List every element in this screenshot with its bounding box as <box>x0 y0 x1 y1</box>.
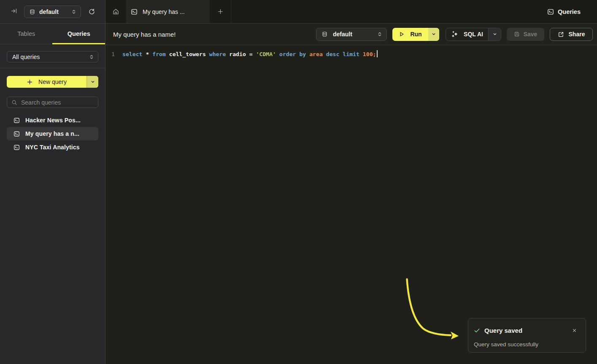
new-query-main[interactable]: New query <box>7 76 86 88</box>
terminal-icon <box>547 8 554 15</box>
editor-header: My query has a name! default <box>105 24 597 45</box>
run-label: Run <box>410 31 421 38</box>
query-list: Hacker News Pos... My query has a n... <box>7 113 98 154</box>
toast-title: Query saved <box>484 327 568 334</box>
external-link-icon <box>558 31 564 38</box>
active-tab-underline <box>52 43 105 44</box>
run-button[interactable]: Run <box>392 28 439 41</box>
share-label: Share <box>569 31 585 38</box>
refresh-button[interactable] <box>85 5 98 18</box>
line-number: 1 <box>105 50 115 59</box>
header-database-selector[interactable]: default <box>316 28 387 41</box>
sql-line: select * from cell_towers where radio = … <box>122 50 378 59</box>
new-query-button[interactable]: New query <box>7 76 98 88</box>
sql-ai-dropdown[interactable] <box>488 28 501 40</box>
editor-tab-active[interactable]: My query has ... <box>126 0 210 23</box>
database-icon <box>30 9 35 15</box>
play-icon <box>399 31 405 37</box>
close-icon <box>572 328 577 333</box>
query-filter-value: All queries <box>12 54 89 60</box>
search-icon <box>11 100 17 105</box>
query-list-item[interactable]: Hacker News Pos... <box>7 113 98 127</box>
chevron-updown-icon <box>89 54 94 59</box>
query-item-label: NYC Taxi Analytics <box>25 144 80 151</box>
tab-queries[interactable]: Queries <box>53 24 105 44</box>
toast-header: Query saved <box>474 327 579 334</box>
sql-ai-main[interactable]: SQL AI <box>446 28 488 40</box>
floppy-icon <box>514 31 520 37</box>
search-queries-input[interactable] <box>21 99 97 106</box>
chevron-down-icon <box>431 32 436 37</box>
sql-editor[interactable]: 1 select * from cell_towers where radio … <box>105 45 597 364</box>
database-icon <box>322 31 327 37</box>
header-database-value: default <box>333 31 372 38</box>
code-line: 1 select * from cell_towers where radio … <box>105 50 597 59</box>
chevron-updown-icon <box>71 9 76 14</box>
plus-icon <box>27 79 33 85</box>
collapse-sidebar-button[interactable] <box>5 3 23 21</box>
run-button-main[interactable]: Run <box>392 28 428 41</box>
home-button[interactable] <box>105 0 126 23</box>
save-button[interactable]: Save <box>507 28 544 41</box>
new-query-label: New query <box>38 78 67 85</box>
terminal-icon <box>14 131 20 137</box>
sidebar-database-value: default <box>39 8 67 15</box>
text-cursor <box>377 50 378 57</box>
editor-tab-label: My query has ... <box>143 8 185 15</box>
save-label: Save <box>524 31 538 38</box>
home-icon <box>112 8 119 15</box>
sparkles-icon <box>451 31 458 38</box>
sidebar-divider <box>0 68 105 68</box>
tab-tables[interactable]: Tables <box>0 24 53 44</box>
sidebar-body: All queries New query <box>0 44 105 364</box>
section-heading: Queries <box>547 0 597 23</box>
chevron-down-icon <box>492 32 497 37</box>
sql-ai-button[interactable]: SQL AI <box>446 28 501 41</box>
refresh-icon <box>89 8 95 15</box>
terminal-icon <box>14 144 20 151</box>
check-icon <box>474 327 480 334</box>
query-filter-select[interactable]: All queries <box>7 51 98 62</box>
section-heading-label: Queries <box>558 8 581 15</box>
query-item-label: Hacker News Pos... <box>25 117 81 124</box>
toast-query-saved: Query saved Query saved successfully <box>468 318 586 353</box>
toast-close-button[interactable] <box>572 328 577 333</box>
sidebar-header: default <box>0 0 105 24</box>
sidebar: default Tables Queries <box>0 0 105 364</box>
terminal-icon <box>14 117 20 124</box>
query-title: My query has a name! <box>113 31 316 38</box>
plus-icon <box>217 8 224 15</box>
tabstrip-divider <box>231 0 231 24</box>
chevron-down-icon <box>90 79 95 84</box>
run-options-dropdown[interactable] <box>428 28 439 41</box>
new-query-dropdown[interactable] <box>86 76 98 88</box>
share-button[interactable]: Share <box>550 28 593 41</box>
toast-message: Query saved successfully <box>474 341 579 348</box>
main-area: My query has ... Queries <box>105 0 597 364</box>
query-list-item-selected[interactable]: My query has a n... <box>7 127 98 140</box>
sql-ai-label: SQL AI <box>464 31 483 38</box>
chevron-updown-icon <box>377 32 382 37</box>
new-tab-button[interactable] <box>210 0 231 23</box>
sidebar-database-selector[interactable]: default <box>24 5 81 18</box>
terminal-icon <box>131 8 138 15</box>
query-list-item[interactable]: NYC Taxi Analytics <box>7 140 98 154</box>
tab-strip: My query has ... Queries <box>105 0 597 24</box>
search-queries-box <box>7 97 98 108</box>
sidebar-tabs: Tables Queries <box>0 24 105 44</box>
app-window: default Tables Queries <box>0 0 597 364</box>
collapse-panel-icon <box>11 8 17 16</box>
query-item-label: My query has a n... <box>25 130 79 137</box>
